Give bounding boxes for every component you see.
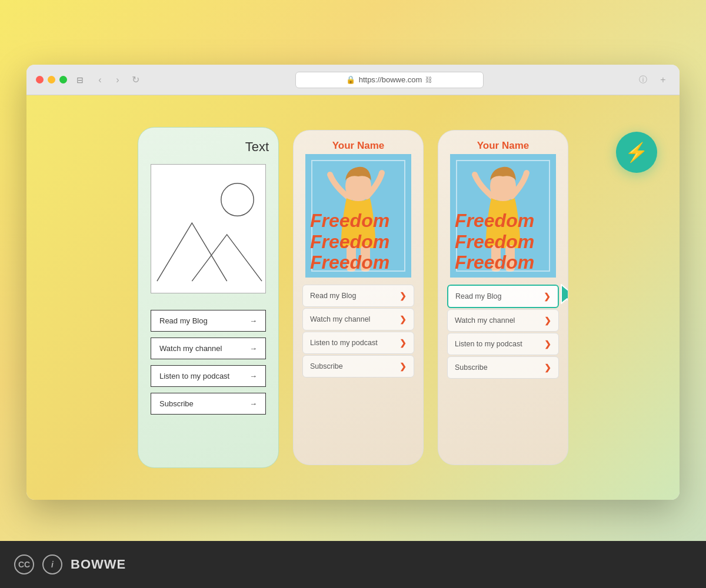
phone3-subscribe-label: Subscribe	[455, 363, 488, 372]
card-wireframe: Text Read my Blog → Watch my channel	[138, 127, 279, 468]
cursor-pointer	[560, 283, 568, 309]
phone2-blog-label: Read my Blog	[310, 292, 357, 300]
toolbar-right: ⓘ +	[636, 73, 670, 87]
subscribe-label: Subscribe	[159, 399, 194, 408]
arrow-icon: →	[249, 316, 257, 325]
phone2-podcast-label: Listen to my podcast	[310, 339, 378, 347]
phone2-links: Read my Blog ❯ Watch my channel ❯ Listen…	[302, 285, 414, 377]
chevron-right-icon: ❯	[399, 315, 407, 324]
card-phone-3: Your Name Freedom Freedom Freedom	[438, 130, 568, 465]
maximize-button[interactable]	[59, 76, 67, 83]
photo-container-2: Freedom Freedom Freedom	[305, 154, 411, 278]
browser-window: ⊟ ‹ › ↻ 🔒 https://bowwe.com ⛓ ⓘ + ⚡ Text	[26, 65, 680, 500]
freedom-line1: Freedom	[310, 211, 389, 231]
freedom3-line3: Freedom	[455, 252, 534, 273]
add-tab-button[interactable]: +	[656, 73, 670, 87]
freedom3-line1: Freedom	[455, 211, 534, 231]
phone3-name: Your Name	[477, 140, 530, 152]
phone3-channel-label: Watch my channel	[455, 316, 515, 325]
info-icon: i	[42, 554, 62, 574]
chevron-right-icon: ❯	[544, 363, 551, 372]
cc-icon: CC	[14, 554, 34, 574]
svg-marker-9	[561, 285, 568, 306]
browser-content: ⚡ Text Read my Blog →	[26, 95, 680, 500]
podcast-button[interactable]: Listen to my podcast →	[151, 365, 266, 387]
lightning-badge[interactable]: ⚡	[616, 132, 657, 173]
read-blog-label: Read my Blog	[159, 316, 208, 325]
phone2-channel-label: Watch my channel	[310, 315, 370, 323]
lock-icon: 🔒	[346, 75, 355, 84]
phone2-name: Your Name	[332, 140, 385, 152]
phone2-blog-btn[interactable]: Read my Blog ❯	[302, 285, 414, 307]
card-title: Text	[148, 139, 269, 155]
nav-buttons: ‹ › ↻	[93, 73, 142, 87]
freedom-line3: Freedom	[310, 252, 389, 273]
photo-container-3: Freedom Freedom Freedom	[450, 154, 556, 278]
phone3-links: Read my Blog ❯ Watch my channel ❯ Listen…	[447, 285, 559, 379]
phone3-blog-label: Read my Blog	[455, 292, 502, 300]
subscribe-button[interactable]: Subscribe →	[151, 393, 266, 415]
refresh-button[interactable]: ↻	[128, 73, 142, 87]
chevron-right-icon: ❯	[399, 338, 407, 348]
phone3-podcast-label: Listen to my podcast	[455, 340, 522, 348]
wireframe-image	[151, 164, 266, 293]
phone2-podcast-btn[interactable]: Listen to my podcast ❯	[302, 332, 414, 354]
phone2-subscribe-btn[interactable]: Subscribe ❯	[302, 355, 414, 377]
watch-channel-label: Watch my channel	[159, 344, 222, 353]
chevron-right-icon: ❯	[544, 339, 551, 349]
phone3-blog-btn[interactable]: Read my Blog ❯	[447, 285, 559, 308]
read-blog-button[interactable]: Read my Blog →	[151, 310, 266, 332]
sidebar-toggle-icon[interactable]: ⊟	[74, 74, 86, 86]
close-button[interactable]	[36, 76, 44, 83]
back-button[interactable]: ‹	[93, 73, 107, 87]
chevron-right-icon: ❯	[544, 316, 551, 325]
bowwe-logo: BOWWE	[71, 557, 126, 572]
arrow-icon: →	[249, 399, 257, 408]
phone3-subscribe-btn[interactable]: Subscribe ❯	[447, 356, 559, 379]
chevron-right-icon: ❯	[399, 291, 407, 300]
card-phone-2: Your Name	[293, 130, 424, 465]
arrow-icon: →	[249, 372, 257, 380]
bookmark-icon: ⛓	[425, 76, 432, 84]
arrow-icon: →	[249, 344, 257, 353]
phone3-podcast-btn[interactable]: Listen to my podcast ❯	[447, 333, 559, 355]
bottom-bar: CC i BOWWE	[0, 541, 706, 588]
url-text: https://bowwe.com	[359, 75, 422, 84]
watch-channel-button[interactable]: Watch my channel →	[151, 338, 266, 359]
chevron-right-icon: ❯	[399, 362, 407, 371]
traffic-lights	[36, 76, 67, 83]
minimize-button[interactable]	[48, 76, 55, 83]
forward-button[interactable]: ›	[111, 73, 125, 87]
freedom3-line2: Freedom	[455, 232, 534, 252]
address-bar[interactable]: 🔒 https://bowwe.com ⛓	[295, 72, 484, 88]
info-button[interactable]: ⓘ	[636, 73, 650, 87]
phone3-channel-btn[interactable]: Watch my channel ❯	[447, 309, 559, 332]
lightning-icon: ⚡	[625, 141, 648, 163]
wireframe-buttons: Read my Blog → Watch my channel → Listen…	[151, 310, 266, 415]
svg-point-0	[221, 183, 254, 216]
browser-chrome: ⊟ ‹ › ↻ 🔒 https://bowwe.com ⛓ ⓘ +	[26, 65, 680, 95]
phone2-channel-btn[interactable]: Watch my channel ❯	[302, 308, 414, 330]
phone2-subscribe-label: Subscribe	[310, 362, 343, 370]
freedom-line2: Freedom	[310, 232, 389, 252]
chevron-right-icon: ❯	[544, 292, 551, 301]
podcast-label: Listen to my podcast	[159, 372, 229, 380]
